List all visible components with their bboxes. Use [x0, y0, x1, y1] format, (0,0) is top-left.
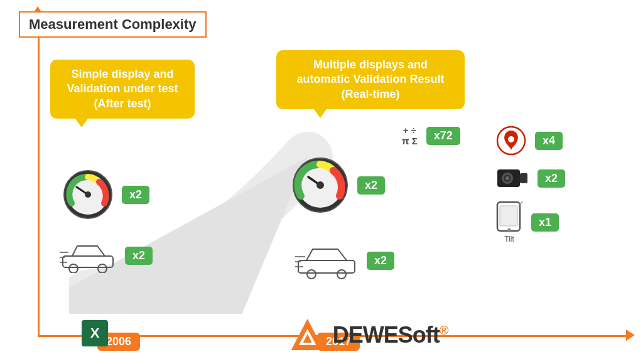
- svg-rect-24: [520, 173, 527, 183]
- car-icon-2006: [60, 238, 116, 273]
- dewesoft-triangle-icon: [290, 318, 325, 353]
- badge-gauge-2006: x2: [122, 186, 149, 204]
- gauge-icon-2006: [63, 169, 113, 220]
- badge-car-2006: x2: [125, 247, 153, 265]
- badge-gauge-2017: x2: [357, 176, 385, 195]
- section-2006-gauge: x2: [63, 169, 149, 231]
- camera-icon: [496, 167, 529, 190]
- excel-icon-container: X: [82, 320, 108, 346]
- svg-rect-15: [298, 260, 355, 273]
- tablet-icon: [496, 201, 522, 233]
- svg-point-17: [337, 270, 346, 279]
- car-icon-2017: [295, 242, 358, 279]
- svg-point-27: [505, 176, 509, 180]
- svg-point-4: [85, 191, 91, 198]
- svg-point-22: [508, 136, 514, 142]
- badge-camera: x2: [538, 169, 565, 188]
- plugin-logo-icon: [496, 126, 526, 156]
- section-2006-car: x2: [60, 238, 153, 284]
- svg-point-16: [307, 270, 316, 279]
- section-2017-car: x2: [295, 242, 394, 291]
- svg-point-7: [98, 264, 107, 273]
- badge-formula: x72: [426, 127, 460, 145]
- logo-icon-row: x4: [496, 126, 565, 156]
- right-icons-column: x4 x2 Tilt x1: [496, 126, 565, 255]
- svg-point-14: [316, 181, 324, 189]
- badge-car-2017: x2: [367, 252, 394, 270]
- badge-logo: x4: [535, 132, 563, 150]
- y-axis: [38, 9, 40, 336]
- title-box: Measurement Complexity: [19, 11, 207, 38]
- page-title: Measurement Complexity: [29, 16, 197, 32]
- formula-section: + ÷π Σ x72: [402, 126, 460, 158]
- svg-rect-29: [500, 206, 517, 226]
- camera-icon-row: x2: [496, 167, 565, 190]
- x-axis-arrow: [626, 329, 635, 341]
- dewesoft-logo: DEWESoft®: [290, 318, 448, 353]
- badge-tablet: x1: [531, 213, 559, 232]
- svg-point-6: [69, 264, 78, 273]
- bubble-right-text: Multiple displays and automatic Validati…: [296, 58, 444, 100]
- svg-point-30: [508, 228, 511, 232]
- dewesoft-name: DEWESoft®: [333, 322, 448, 348]
- excel-icon: X: [82, 320, 108, 346]
- bubble-right: Multiple displays and automatic Validati…: [276, 50, 465, 109]
- tablet-icon-row: Tilt x1: [496, 201, 565, 244]
- tilt-label: Tilt: [504, 235, 514, 244]
- gauge-icon-2017: [292, 157, 349, 213]
- bubble-left-text: Simple display and Validation under test…: [67, 68, 178, 110]
- formula-icon: + ÷π Σ: [402, 126, 418, 146]
- section-2017-gauge: x2: [292, 157, 385, 225]
